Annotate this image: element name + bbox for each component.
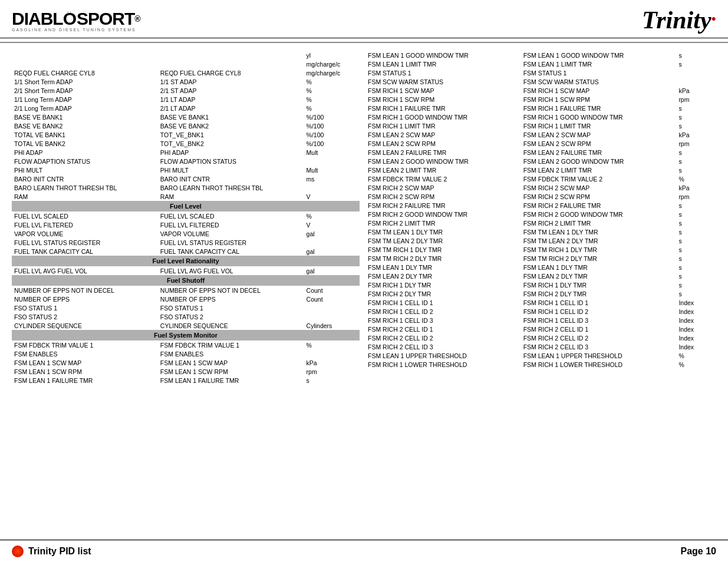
right-col2-cell: FSM LEAN 2 SCW RPM: [521, 139, 677, 148]
right-col1-cell: FSM LEAN 1 UPPER THRESHOLD: [365, 351, 521, 360]
right-col2-cell: FSM RICH 2 CELL ID 3: [521, 342, 677, 351]
right-col2-cell: FSM LEAN 2 FAILURE TMR: [521, 148, 677, 157]
left-col1-cell: 1/1 Short Term ADAP: [12, 77, 158, 86]
right-col1-cell: FSM TM RICH 1 DLY TMR: [365, 245, 521, 254]
right-table-row: FSM LEAN 2 GOOD WINDOW TMRFSM LEAN 2 GOO…: [365, 157, 716, 166]
right-col2-cell: FSM RICH 1 FAILURE TMR: [521, 104, 677, 113]
left-col1-cell: 2/1 Long Term ADAP: [12, 104, 158, 113]
right-table-row: FSM RICH 2 GOOD WINDOW TMRFSM RICH 2 GOO…: [365, 210, 716, 219]
left-col3-cell: kPa: [304, 358, 360, 367]
right-col3-cell: %: [676, 360, 716, 369]
left-table-row: BARO INIT CNTRBARO INIT CNTRms: [12, 174, 360, 183]
left-col3-cell: %: [304, 104, 360, 113]
left-col2-cell: FUEL LVL AVG FUEL VOL: [158, 266, 304, 275]
right-col2-cell: FSM STATUS 1: [521, 68, 677, 77]
unit-header-col3: yl: [304, 51, 360, 59]
left-col1-cell: 1/1 Long Term ADAP: [12, 95, 158, 104]
right-col2-cell: FSM TM RICH 1 DLY TMR: [521, 245, 677, 254]
right-col3-cell: kPa: [676, 130, 716, 139]
left-column: yl mg/charge/c REQD FUEL CHARGE CYL8REQD…: [12, 51, 360, 385]
left-col2-cell: FSM ENABLES: [158, 349, 304, 358]
left-col1-cell: FSM LEAN 1 SCW RPM: [12, 367, 158, 376]
right-col2-cell: FSM RICH 2 CELL ID 1: [521, 325, 677, 333]
right-col2-cell: FSM LEAN 2 SCW MAP: [521, 130, 677, 139]
left-col2-cell: FSM LEAN 1 SCW MAP: [158, 358, 304, 367]
uh-col1: [12, 59, 158, 68]
right-table-row: FSM RICH 2 SCW MAPFSM RICH 2 SCW MAPkPa: [365, 183, 716, 192]
left-col1-cell: RAM: [12, 192, 158, 201]
left-table-row: NUMBER OF EPPS NOT IN DECELNUMBER OF EPP…: [12, 286, 360, 295]
main-content: yl mg/charge/c REQD FUEL CHARGE CYL8REQD…: [0, 48, 728, 388]
right-table-row: FSM FDBCK TRIM VALUE 2FSM FDBCK TRIM VAL…: [365, 174, 716, 183]
right-col1-cell: FSM STATUS 1: [365, 68, 521, 77]
right-col2-cell: FSM LEAN 1 DLY TMR: [521, 263, 677, 272]
right-col1-cell: FSM RICH 1 CELL ID 2: [365, 307, 521, 316]
right-col3-cell: s: [676, 166, 716, 174]
left-table-row: FUEL LVL FILTEREDFUEL LVL FILTEREDV: [12, 220, 360, 229]
trinity-icon: [12, 546, 24, 557]
unit-line1: yl: [307, 52, 311, 59]
left-unit-header-table: yl mg/charge/c: [12, 51, 360, 68]
right-col1-cell: FSM RICH 2 FAILURE TMR: [365, 201, 521, 210]
right-col3-cell: Index: [676, 307, 716, 316]
left-table-row: 1/1 Short Term ADAP1/1 ST ADAP%: [12, 77, 360, 86]
right-col1-cell: FSM RICH 1 LOWER THRESHOLD: [365, 360, 521, 369]
right-table-row: FSM SCW WARM STATUSFSM SCW WARM STATUS: [365, 77, 716, 86]
right-data-table: FSM LEAN 1 GOOD WINDOW TMRFSM LEAN 1 GOO…: [365, 51, 716, 369]
left-table-row: 1/1 Long Term ADAP1/1 LT ADAP%: [12, 95, 360, 104]
unit-header-row2: mg/charge/c: [12, 59, 360, 68]
right-table-row: FSM RICH 2 CELL ID 1FSM RICH 2 CELL ID 1…: [365, 325, 716, 333]
right-col1-cell: FSM LEAN 2 FAILURE TMR: [365, 148, 521, 157]
left-table-row: TOTAL VE BANK1TOT_VE_BNK1%/100: [12, 130, 360, 139]
left-col1-cell: FLOW ADAPTION STATUS: [12, 157, 158, 166]
right-col2-cell: FSM LEAN 1 GOOD WINDOW TMR: [521, 51, 677, 59]
left-col2-cell: PHI MULT: [158, 166, 304, 174]
left-col2-cell: FUEL LVL SCALED: [158, 211, 304, 220]
right-col3-cell: s: [676, 219, 716, 227]
left-col2-cell: FSM LEAN 1 SCW RPM: [158, 367, 304, 376]
right-col2-cell: FSM LEAN 1 UPPER THRESHOLD: [521, 351, 677, 360]
right-col1-cell: FSM RICH 2 SCW RPM: [365, 192, 521, 201]
right-col2-cell: FSM RICH 1 LOWER THRESHOLD: [521, 360, 677, 369]
right-table-row: FSM LEAN 2 LIMIT TMRFSM LEAN 2 LIMIT TMR…: [365, 166, 716, 174]
right-col1-cell: FSM TM RICH 2 DLY TMR: [365, 254, 521, 263]
left-col2-cell: FUEL LVL FILTERED: [158, 220, 304, 229]
right-col2-cell: FSM RICH 1 DLY TMR: [521, 280, 677, 289]
right-col3-cell: s: [676, 272, 716, 280]
left-col1-cell: FSM LEAN 1 FAILURE TMR: [12, 376, 158, 385]
diablosport-logo: DIABL O .. SPORT ®: [12, 9, 141, 29]
left-table-row: FSM LEAN 1 SCW RPMFSM LEAN 1 SCW RPMrpm: [12, 367, 360, 376]
right-col1-cell: FSM LEAN 2 GOOD WINDOW TMR: [365, 157, 521, 166]
left-col1-cell: BARO LEARN THROT THRESH TBL: [12, 183, 158, 192]
right-col1-cell: FSM RICH 1 LIMIT TMR: [365, 121, 521, 130]
left-col1-cell: PHI MULT: [12, 166, 158, 174]
right-col3-cell: s: [676, 51, 716, 59]
left-col3-cell: gal: [304, 229, 360, 238]
left-table-row: BASE VE BANK1BASE VE BANK1%/100: [12, 113, 360, 121]
right-table-row: FSM LEAN 1 UPPER THRESHOLDFSM LEAN 1 UPP…: [365, 351, 716, 360]
unit-line2: mg/charge/c: [307, 61, 341, 68]
left-col1-cell: 2/1 Short Term ADAP: [12, 86, 158, 95]
header: DIABL O .. SPORT ® GASOLINE AND DIESEL T…: [0, 0, 728, 39]
left-col3-cell: %: [304, 95, 360, 104]
right-table-row: FSM LEAN 1 DLY TMRFSM LEAN 1 DLY TMRs: [365, 263, 716, 272]
right-col2-cell: FSM RICH 1 SCW MAP: [521, 86, 677, 95]
right-col2-cell: FSM RICH 1 SCW RPM: [521, 95, 677, 104]
left-col3-cell: %/100: [304, 139, 360, 148]
left-table-row: FSM FDBCK TRIM VALUE 1FSM FDBCK TRIM VAL…: [12, 340, 360, 349]
right-col1-cell: FSM LEAN 2 SCW RPM: [365, 139, 521, 148]
right-table-row: FSM LEAN 2 SCW MAPFSM LEAN 2 SCW MAPkPa: [365, 130, 716, 139]
right-table-row: FSM RICH 2 CELL ID 2FSM RICH 2 CELL ID 2…: [365, 333, 716, 342]
left-col3-cell: s: [304, 376, 360, 385]
left-col1-cell: FSM FDBCK TRIM VALUE 1: [12, 340, 158, 349]
left-data-table: REQD FUEL CHARGE CYL8REQD FUEL CHARGE CY…: [12, 68, 360, 385]
logo-area: DIABL O .. SPORT ® GASOLINE AND DIESEL T…: [12, 9, 141, 32]
section-header: Fuel Level Rationality: [12, 256, 360, 266]
left-table-row: Fuel System Monitor: [12, 330, 360, 340]
right-col3-cell: s: [676, 227, 716, 236]
left-col2-cell: BARO LEARN THROT THRESH TBL: [158, 183, 304, 192]
right-col3-cell: s: [676, 148, 716, 157]
left-col2-cell: BARO INIT CNTR: [158, 174, 304, 183]
left-col3-cell: %: [304, 211, 360, 220]
left-col2-cell: 2/1 LT ADAP: [158, 104, 304, 113]
